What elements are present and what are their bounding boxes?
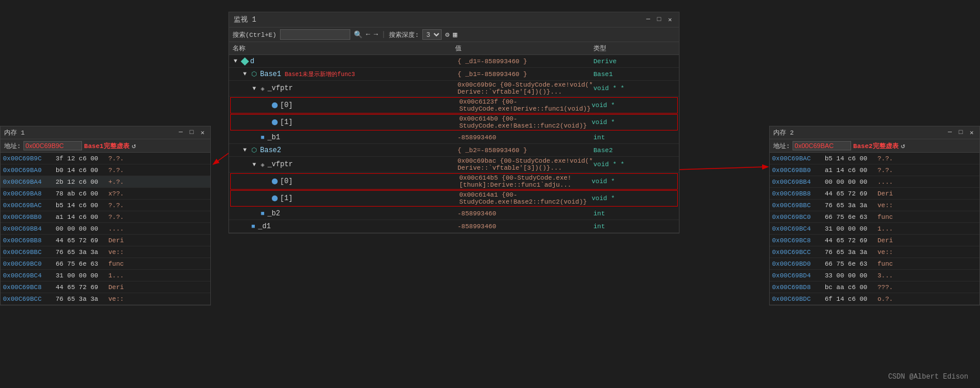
base1-annotation: Base1未显示新增的func3 [285,70,355,78]
mem1-bytes-12: 76 65 3a 3a [56,296,108,303]
monitor-table-header: 名称 值 类型 [229,42,679,55]
type-d: Derive [593,58,675,65]
tree-row-d[interactable]: ▼ d { _d1=-858993460 } Derive [229,55,679,68]
memory-2-titlebar: 内存 2 ─ □ ✕ [770,126,979,139]
mem2-bytes-9: 66 75 6e 63 [825,260,877,267]
name-b1: _b1 [268,133,281,142]
mem2-bytes-5: 66 75 6e 63 [825,214,877,221]
mem2-addr-9: 0x00C69BD0 [772,260,825,267]
expand-vfptr1[interactable]: ▼ [252,85,259,92]
search-icon[interactable]: 🔍 [354,30,363,39]
mem2-ascii-6: 1... [877,225,924,232]
expand-vfptr2[interactable]: ▼ [252,162,259,168]
memory-2-minimize[interactable]: ─ [945,129,954,136]
memory-2-maximize[interactable]: □ [957,129,965,136]
settings-icon[interactable]: ⚙ [445,30,449,39]
tree-row-b2[interactable]: ■ _b2 -858993460 int [229,207,679,220]
credit-text: CSDN @Albert Edison [888,373,968,381]
type-vfptr1: void * * [593,85,675,92]
type-vf1-0: void * [592,102,674,109]
int-icon-b2: ■ [261,210,265,217]
name-vfptr2: _vfptr [268,160,293,169]
value-vfptr1: 0x00c69b9c {00-StudyCode.exe!void(* Deri… [455,81,593,95]
circle-icon-vf2-0 [272,178,278,184]
monitor-minimize[interactable]: ─ [644,16,653,23]
type-base2: Base2 [593,147,675,154]
memory-2-toolbar: 地址: Base2完整虚表 ↺ [770,139,979,153]
mem1-addr-11: 0x00C69BC8 [3,284,56,291]
expand-base2[interactable]: ▼ [243,147,250,153]
type-vf1-1: void * [592,119,674,126]
mem2-addr-10: 0x00C69BD4 [772,272,825,279]
grid-icon[interactable]: ▦ [453,30,457,39]
mem2-addr-12: 0x00C69BDC [772,296,825,303]
memory-1-maximize[interactable]: □ [187,129,196,136]
arrow-right-icon[interactable]: → [374,30,378,39]
tree-row-vf2-0[interactable]: [0] 0x00c614b5 {00-StudyCode.exe![thunk]… [230,173,678,190]
memory-2-title: 内存 2 [773,128,794,137]
mem2-ascii-0: ?.?. [877,155,924,162]
monitor-window: 监视 1 ─ □ ✕ 搜索(Ctrl+E) 🔍 ← → | 搜索深度: 3 1 … [228,12,679,234]
mem1-addr-1: 0x00C69BA0 [3,167,56,174]
tree-row-base2[interactable]: ▼ ⬡ Base2 { _b2=-858993460 } Base2 [229,144,679,157]
mem1-bytes-8: 76 65 3a 3a [56,249,108,256]
mem2-addr-6: 0x00C69BC4 [772,225,825,232]
circle-icon-vf2-1 [272,195,278,201]
memory-1-minimize[interactable]: ─ [176,129,185,136]
tree-row-vf1-0[interactable]: [0] 0x00c6123f {00-StudyCode.exe!Derive:… [230,97,678,114]
mem1-ascii-3: x??. [108,190,155,197]
tree-row-vf2-1[interactable]: [1] 0x00c614a1 {00-StudyCode.exe!Base2::… [230,190,678,207]
value-vf2-0: 0x00c614b5 {00-StudyCode.exe![thunk]:Der… [457,174,592,188]
arrow-left-icon[interactable]: ← [366,30,370,39]
mem1-ascii-1: ?.?. [108,167,155,174]
mem1-row-4: 0x00C69BAC b5 14 c6 00 ?.?. [1,200,210,211]
mem2-ascii-2: .... [877,178,924,186]
mem1-row-2: 0x00C69BA4 2b 12 c6 00 +.?. [1,176,210,188]
mem2-addr-3: 0x00C69BB8 [772,190,825,197]
tree-row-b1[interactable]: ■ _b1 -858993460 int [229,131,679,144]
mem2-bytes-7: 44 65 72 69 [825,237,877,244]
mem1-ascii-8: ve:: [108,249,155,256]
mem1-ascii-10: 1... [108,272,155,279]
value-b1: -858993460 [455,134,593,141]
memory-1-refresh-icon[interactable]: ↺ [132,142,136,150]
row-vf1-0-name: [0] [234,101,457,109]
memory-1-close[interactable]: ✕ [198,129,207,136]
mem2-addr-5: 0x00C69BC0 [772,214,825,221]
mem1-ascii-9: func [108,260,155,267]
memory-1-annotation: Base1完整虚表 [84,142,129,150]
row-vf2-0-name: [0] [234,177,457,186]
tree-row-vf1-1[interactable]: [1] 0x00c614b0 {00-StudyCode.exe!Base1::… [230,114,678,131]
value-vf1-0: 0x00c6123f {00-StudyCode.exe!Derive::fun… [457,98,592,112]
expand-base1[interactable]: ▼ [243,71,250,77]
mem2-row-8: 0x00C69BCC 76 65 3a 3a ve:: [770,246,979,258]
monitor-close[interactable]: ✕ [665,16,674,23]
name-b2: _b2 [268,210,281,218]
memory-2-controls[interactable]: ─ □ ✕ [945,129,976,136]
depth-select[interactable]: 3 1 2 4 5 [422,29,442,40]
mem1-row-9: 0x00C69BC0 66 75 6e 63 func [1,258,210,270]
monitor-controls[interactable]: ─ □ ✕ [644,16,674,23]
search-input[interactable] [280,29,350,40]
mem1-bytes-5: a1 14 c6 00 [56,214,108,221]
mem1-bytes-9: 66 75 6e 63 [56,260,108,267]
memory-2-close[interactable]: ✕ [967,129,976,136]
value-vfptr2: 0x00c69bac {00-StudyCode.exe!void(* Deri… [455,157,593,171]
mem2-row-0: 0x00C69BAC b5 14 c6 00 ?.?. [770,153,979,164]
memory-2-refresh-icon[interactable]: ↺ [901,142,905,150]
memory-1-controls[interactable]: ─ □ ✕ [176,129,207,136]
tree-row-d1[interactable]: ■ _d1 -858993460 int [229,220,679,233]
tree-row-vfptr1[interactable]: ▼ ◈ _vfptr 0x00c69b9c {00-StudyCode.exe!… [229,81,679,97]
memory-1-addr-input[interactable] [23,141,82,150]
memory-1-title: 内存 1 [4,128,25,137]
row-d-name: ▼ d [233,57,455,66]
monitor-maximize[interactable]: □ [655,16,664,23]
tree-row-base1[interactable]: ▼ ⬡ Base1 Base1未显示新增的func3 { _b1=-858993… [229,68,679,81]
expand-d[interactable]: ▼ [234,58,241,64]
type-vfptr2: void * * [593,161,675,168]
tree-row-vfptr2[interactable]: ▼ ◈ _vfptr 0x00c69bac {00-StudyCode.exe!… [229,157,679,173]
mem2-bytes-11: bc aa c6 00 [825,284,877,291]
mem1-addr-0: 0x00C69B9C [3,155,56,162]
memory-1-titlebar: 内存 1 ─ □ ✕ [1,126,210,139]
memory-2-addr-input[interactable] [793,141,851,150]
